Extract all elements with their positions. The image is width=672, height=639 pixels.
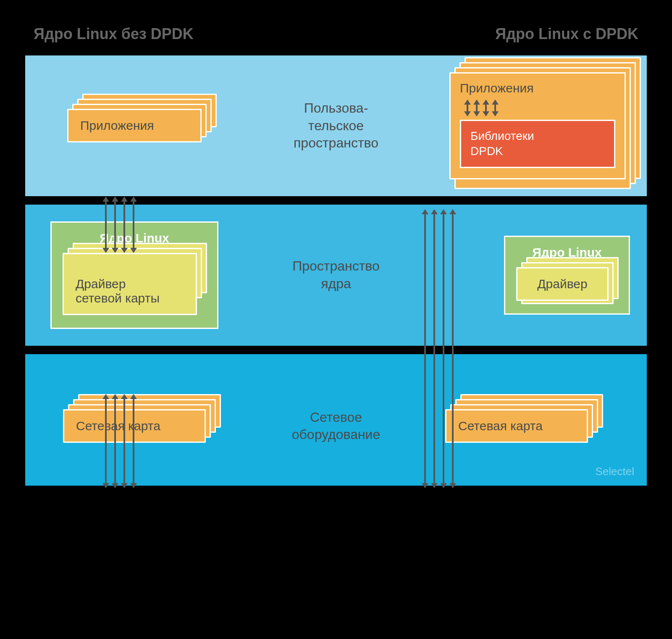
driver-right-card: Драйвер (516, 267, 609, 301)
apps-right-card: Приложения Библиотеки DPDK (449, 72, 626, 179)
kernel-box-left: Ядро Linux Драйвер сетевой карты (50, 221, 218, 329)
apps-right-stack: Приложения Библиотеки DPDK (449, 72, 626, 179)
nic-right-card: Сетевая карта (445, 409, 588, 443)
nic-left-card: Сетевая карта (63, 409, 206, 443)
layer-userspace: Приложения Пользова- тельское пространст… (25, 55, 647, 196)
nic-left-stack: Сетевая карта (63, 409, 206, 443)
arrows-bypass-right (424, 210, 454, 487)
dpdk-lib-label: Библиотеки DPDK (470, 129, 534, 158)
driver-left-label: Драйвер сетевой карты (76, 277, 160, 305)
dpdk-lib-box: Библиотеки DPDK (460, 120, 615, 168)
title-left: Ядро Linux без DPDK (34, 25, 194, 43)
apps-left-stack: Приложения (67, 109, 202, 142)
hardware-label: Сетевое оборудование (235, 409, 437, 444)
nic-right-label: Сетевая карта (458, 419, 543, 433)
apps-left-label: Приложения (80, 118, 154, 132)
kernelspace-label: Пространство ядра (235, 258, 437, 292)
userspace-label: Пользова- тельское пространство (235, 100, 437, 152)
driver-left-card: Драйвер сетевой карты (63, 253, 197, 315)
arrows-l1l2-left (105, 197, 134, 252)
arrows-l2l3-left (105, 395, 134, 487)
kernel-box-right: Ядро Linux Драйвер (504, 236, 630, 315)
apps-right-title: Приложения (460, 81, 615, 95)
driver-right-label: Драйвер (537, 277, 587, 291)
diagram-titles: Ядро Linux без DPDK Ядро Linux с DPDK (0, 0, 672, 55)
watermark: Selectel (596, 465, 635, 478)
internal-arrows (467, 100, 622, 116)
title-right: Ядро Linux с DPDK (495, 25, 638, 43)
nic-right-stack: Сетевая карта (445, 409, 588, 443)
apps-left-card: Приложения (67, 109, 202, 142)
